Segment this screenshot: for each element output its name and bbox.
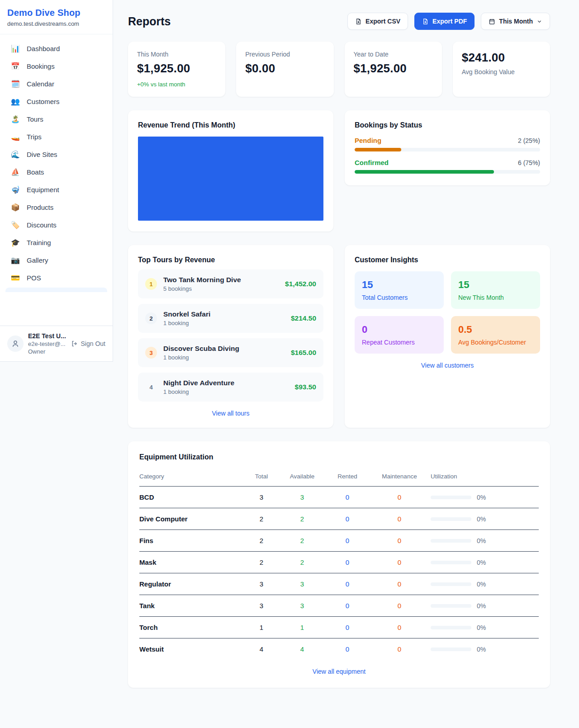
tour-revenue: $93.50 — [295, 383, 316, 391]
sidebar-item-pos[interactable]: 💳 POS — [5, 269, 107, 287]
rented-cell: 0 — [325, 602, 370, 610]
sidebar-active-item-partial[interactable] — [5, 288, 107, 292]
trips-boat-icon: 🚤 — [11, 132, 20, 141]
category-cell: Dive Computer — [139, 515, 243, 523]
shop-name: Demo Dive Shop — [7, 8, 105, 18]
table-body: BCD33000%Dive Computer22000%Fins22000%Ma… — [139, 487, 539, 660]
tile-value: 15 — [458, 279, 533, 291]
stat-label: Avg Booking Value — [462, 68, 541, 76]
available-cell: 1 — [280, 624, 325, 631]
sidebar-item-gallery[interactable]: 📷 Gallery — [5, 251, 107, 269]
rented-cell: 0 — [325, 645, 370, 653]
category-cell: Torch — [139, 624, 243, 631]
header-actions: Export CSV Export PDF This Month — [347, 13, 550, 30]
sidebar-item-label: Boats — [27, 168, 44, 176]
rank-badge: 2 — [145, 312, 157, 324]
equipment-utilization-card: Equipment Utilization Category Total Ava… — [128, 441, 550, 688]
sidebar-item-label: Bookings — [27, 62, 55, 70]
sidebar-item-bookings[interactable]: 📅 Bookings — [5, 57, 107, 75]
tour-bookings: 5 bookings — [163, 285, 279, 292]
period-label: This Month — [499, 18, 533, 25]
sidebar-item-products[interactable]: 📦 Products — [5, 199, 107, 216]
sidebar-item-dive-sites[interactable]: 🌊 Dive Sites — [5, 146, 107, 163]
utilization-bar — [431, 582, 471, 586]
total-cell: 2 — [243, 515, 280, 523]
column-header: Rented — [325, 473, 370, 480]
utilization-percent: 0% — [477, 559, 486, 566]
top-tours-title: Top Tours by Revenue — [138, 256, 323, 264]
bookings-by-status-title: Bookings by Status — [355, 121, 540, 129]
sidebar-nav: 📊 Dashboard 📅 Bookings 🗓️ Calendar 👥 Cus… — [0, 34, 113, 326]
sidebar-item-trips[interactable]: 🚤 Trips — [5, 128, 107, 146]
category-cell: BCD — [139, 493, 243, 501]
sign-out-button[interactable]: Sign Out — [71, 340, 105, 347]
status-bar-track — [355, 148, 540, 151]
bookings-by-status-card: Bookings by Status Pending 2 (25%) Confi… — [345, 110, 550, 185]
stats-row: This Month $1,925.00 +0% vs last month P… — [128, 42, 550, 97]
utilization-bar — [431, 561, 471, 564]
sidebar-item-equipment[interactable]: 🤿 Equipment — [5, 181, 107, 199]
available-cell: 3 — [280, 493, 325, 501]
column-header: Available — [280, 473, 325, 480]
tile-new-this-month: 15 New This Month — [451, 271, 540, 309]
stat-delta: +0% vs last month — [137, 81, 216, 88]
sidebar: Demo Dive Shop demo.test.divestreams.com… — [0, 0, 113, 362]
tour-row: 3 Discover Scuba Diving 1 booking $165.0… — [138, 338, 323, 367]
available-cell: 2 — [280, 558, 325, 566]
stat-card-previous-period: Previous Period $0.00 — [236, 42, 333, 97]
maintenance-cell: 0 — [370, 624, 429, 631]
utilization-cell: 0% — [429, 559, 539, 566]
stat-value: $241.00 — [462, 51, 541, 65]
table-row: Mask22000% — [139, 552, 539, 573]
maintenance-cell: 0 — [370, 602, 429, 610]
camera-icon: 📷 — [11, 256, 20, 265]
utilization-cell: 0% — [429, 624, 539, 631]
period-dropdown[interactable]: This Month — [481, 13, 550, 30]
customer-insights-title: Customer Insights — [355, 256, 540, 264]
sidebar-item-label: POS — [27, 274, 41, 282]
export-csv-button[interactable]: Export CSV — [347, 13, 408, 30]
customer-insights-card: Customer Insights 15 Total Customers 15 … — [345, 245, 550, 428]
charts-row: Revenue Trend (This Month) Bookings by S… — [128, 110, 550, 232]
view-all-tours-link[interactable]: View all tours — [138, 410, 323, 417]
sidebar-item-tours[interactable]: 🏝️ Tours — [5, 110, 107, 128]
view-all-equipment-link[interactable]: View all equipment — [139, 668, 539, 675]
page-header: Reports Export CSV Export PDF This Month — [128, 13, 550, 30]
tile-total-customers: 15 Total Customers — [355, 271, 444, 309]
export-pdf-button[interactable]: Export PDF — [414, 13, 475, 30]
column-header: Utilization — [429, 473, 539, 480]
tag-icon: 🏷️ — [11, 221, 20, 229]
shop-domain: demo.test.divestreams.com — [7, 20, 105, 27]
sidebar-item-training[interactable]: 🎓 Training — [5, 234, 107, 251]
sidebar-item-dashboard[interactable]: 📊 Dashboard — [5, 40, 107, 57]
status-row-confirmed: Confirmed 6 (75%) — [355, 159, 540, 174]
tile-label: Total Customers — [362, 294, 437, 301]
utilization-bar — [431, 517, 471, 521]
tile-repeat-customers: 0 Repeat Customers — [355, 316, 444, 354]
table-header-row: Category Total Available Rented Maintena… — [139, 469, 539, 487]
sidebar-item-discounts[interactable]: 🏷️ Discounts — [5, 216, 107, 234]
stat-card-avg-booking-value: $241.00 Avg Booking Value — [453, 42, 550, 97]
sidebar-item-calendar[interactable]: 🗓️ Calendar — [5, 75, 107, 93]
view-all-customers-link[interactable]: View all customers — [355, 362, 540, 369]
tour-row: 4 Night Dive Adventure 1 booking $93.50 — [138, 373, 323, 402]
utilization-bar — [431, 626, 471, 629]
package-icon: 📦 — [11, 203, 20, 212]
sidebar-item-boats[interactable]: ⛵ Boats — [5, 163, 107, 181]
sidebar-item-customers[interactable]: 👥 Customers — [5, 93, 107, 110]
tours-island-icon: 🏝️ — [11, 115, 20, 123]
utilization-cell: 0% — [429, 537, 539, 544]
utilization-bar — [431, 539, 471, 543]
rented-cell: 0 — [325, 624, 370, 631]
column-header: Total — [243, 473, 280, 480]
bookings-calendar-icon: 📅 — [11, 62, 20, 71]
maintenance-cell: 0 — [370, 493, 429, 501]
sign-out-icon — [71, 340, 78, 347]
maintenance-cell: 0 — [370, 645, 429, 653]
available-cell: 3 — [280, 602, 325, 610]
sidebar-item-label: Tours — [27, 115, 43, 123]
export-csv-label: Export CSV — [365, 18, 400, 25]
stat-card-this-month: This Month $1,925.00 +0% vs last month — [128, 42, 225, 97]
customers-icon: 👥 — [11, 97, 20, 106]
utilization-cell: 0% — [429, 494, 539, 501]
